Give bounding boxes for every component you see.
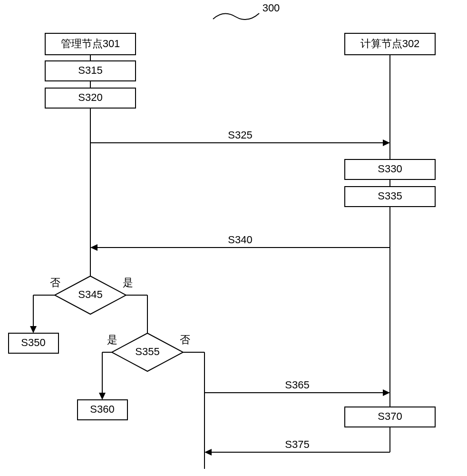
s330-label: S330 <box>378 163 402 175</box>
s365-label: S365 <box>285 379 309 391</box>
squiggle <box>213 13 259 20</box>
manage-node-label: 管理节点301 <box>61 38 120 50</box>
diagram-label: 300 <box>263 2 280 14</box>
svg-marker-26 <box>204 449 212 456</box>
svg-marker-9 <box>90 244 97 251</box>
s325-label: S325 <box>228 129 252 141</box>
svg-marker-22 <box>383 389 390 396</box>
s345-no-label: 否 <box>50 277 60 288</box>
s345-yes-label: 是 <box>123 277 133 288</box>
s355-yes-label: 是 <box>107 334 117 346</box>
flowchart-diagram: 300 管理节点301 计算节点302 S315 S320 S325 S330 … <box>0 0 467 476</box>
svg-marker-14 <box>30 326 37 333</box>
svg-marker-19 <box>99 393 106 400</box>
s355-label: S355 <box>135 346 159 357</box>
s350-label: S350 <box>21 337 45 348</box>
s340-label: S340 <box>228 234 252 246</box>
s335-label: S335 <box>378 190 402 202</box>
compute-node-label: 计算节点302 <box>360 38 420 50</box>
s360-label: S360 <box>90 403 114 415</box>
s355-no-label: 否 <box>180 334 190 346</box>
svg-marker-4 <box>383 139 390 146</box>
s345-label: S345 <box>78 288 102 300</box>
s370-label: S370 <box>378 410 402 422</box>
s375-label: S375 <box>285 438 309 450</box>
s320-label: S320 <box>78 91 102 103</box>
s315-label: S315 <box>78 64 102 76</box>
